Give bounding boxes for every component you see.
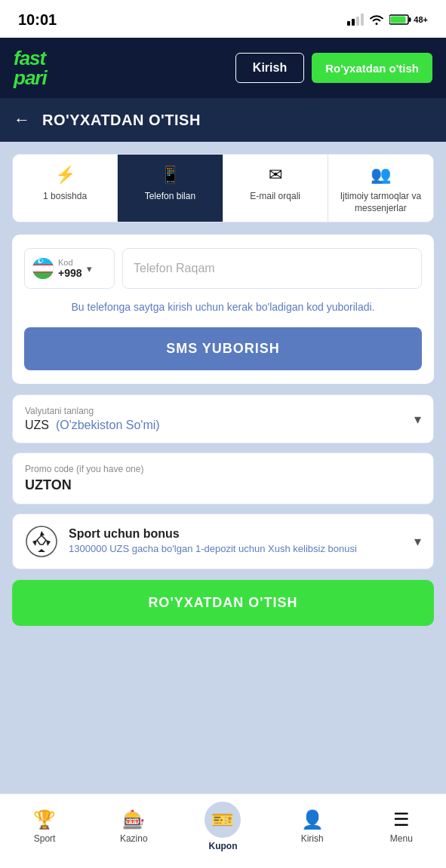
nav-casino-label: Kazino	[120, 833, 148, 844]
code-value: +998	[58, 267, 82, 279]
header: fast pari Kirish Ro'yxatdan o'tish	[0, 38, 446, 98]
trophy-icon: 🏆	[33, 809, 56, 830]
svg-point-22	[40, 262, 41, 263]
status-icons: 48+	[347, 14, 428, 26]
tab-email[interactable]: ✉ E-mail orqali	[223, 155, 328, 222]
promo-value: UZTON	[25, 477, 421, 493]
currency-card[interactable]: Valyutani tanlang UZS (O'zbekiston So'mi…	[12, 394, 434, 443]
nav-login-label: Kirish	[301, 833, 324, 844]
sms-hint: Bu telefonga saytga kirish uchun kerak b…	[24, 299, 422, 315]
svg-point-23	[39, 262, 40, 263]
nav-sport-label: Sport	[34, 833, 56, 844]
bonus-text: Sport uchun bonus 1300000 UZS gacha bo'l…	[69, 527, 357, 556]
header-buttons: Kirish Ro'yxatdan o'tish	[235, 53, 432, 83]
svg-rect-6	[391, 17, 406, 23]
svg-rect-9	[32, 272, 54, 279]
logo-fast: fast	[14, 48, 47, 68]
back-button[interactable]: ←	[14, 110, 30, 130]
svg-rect-8	[32, 265, 54, 272]
battery-icon: 48+	[389, 14, 428, 26]
user-icon: 👤	[301, 809, 324, 830]
phone-icon: 📱	[160, 165, 180, 185]
main-content: ⚡ 1 bosishda 📱 Telefon bilan ✉ E-mail or…	[0, 142, 446, 638]
bottom-nav: 🏆 Sport 🎰 Kazino 🎫 Kupon 👤 Kirish ☰ Menu	[0, 793, 446, 868]
svg-point-16	[38, 259, 39, 259]
svg-rect-3	[361, 14, 364, 26]
country-code-info: Kod +998	[58, 258, 82, 279]
uz-flag	[32, 258, 54, 279]
page-title: RO'YXATDAN O'TISH	[42, 112, 201, 129]
currency-value: UZS (O'zbekiston So'mi)	[25, 419, 160, 432]
bonus-left: Sport uchun bonus 1300000 UZS gacha bo'l…	[25, 525, 357, 558]
phone-input[interactable]	[122, 248, 422, 289]
currency-label: Valyutani tanlang	[25, 406, 160, 416]
nav-menu-label: Menu	[390, 833, 413, 844]
bonus-chevron-icon: ▾	[414, 533, 421, 550]
logo-pari: pari	[14, 68, 47, 87]
code-label: Kod	[58, 258, 82, 267]
lightning-icon: ⚡	[55, 165, 75, 185]
svg-point-18	[42, 259, 42, 260]
social-icon: 👥	[371, 165, 391, 185]
tab-social[interactable]: 👥 Ijtimoiy tarmoqlar va messenjerlar	[328, 155, 433, 222]
login-button[interactable]: Kirish	[235, 53, 304, 83]
nav-menu[interactable]: ☰ Menu	[375, 809, 428, 844]
bonus-title: Sport uchun bonus	[69, 527, 357, 541]
casino-icon: 🎰	[122, 809, 145, 830]
coupon-icon-bg: 🎫	[205, 802, 241, 838]
soccer-ball-icon	[25, 525, 58, 558]
nav-coupon[interactable]: 🎫 Kupon	[196, 802, 249, 851]
tab-1click[interactable]: ⚡ 1 bosishda	[13, 155, 118, 222]
sms-button[interactable]: SMS YUBORISH	[24, 327, 422, 370]
wifi-icon	[368, 14, 385, 26]
signal-icon	[347, 14, 364, 26]
bonus-desc: 1300000 UZS gacha bo'lgan 1-depozit uchu…	[69, 542, 357, 556]
svg-point-17	[40, 259, 41, 259]
svg-rect-5	[409, 17, 411, 22]
svg-point-20	[42, 261, 43, 262]
currency-chevron-icon: ▾	[414, 411, 421, 428]
bonus-card[interactable]: Sport uchun bonus 1300000 UZS gacha bo'l…	[12, 514, 434, 569]
tab-1click-label: 1 bosishda	[43, 191, 87, 203]
logo: fast pari	[14, 48, 47, 87]
svg-rect-0	[347, 21, 350, 26]
tab-social-label: Ijtimoiy tarmoqlar va messenjerlar	[333, 191, 429, 214]
tab-phone[interactable]: 📱 Telefon bilan	[118, 155, 223, 222]
currency-code: UZS	[25, 419, 49, 431]
page-title-bar: ← RO'YXATDAN O'TISH	[0, 98, 446, 142]
phone-row: Kod +998 ▾	[24, 248, 422, 289]
promo-card[interactable]: Promo code (if you have one) UZTON	[12, 452, 434, 505]
status-time: 10:01	[18, 11, 57, 29]
registration-tabs: ⚡ 1 bosishda 📱 Telefon bilan ✉ E-mail or…	[12, 154, 434, 222]
nav-sport[interactable]: 🏆 Sport	[18, 809, 71, 844]
chevron-down-icon: ▾	[87, 263, 92, 275]
svg-rect-1	[352, 19, 355, 26]
nav-casino[interactable]: 🎰 Kazino	[107, 809, 160, 844]
status-bar: 10:01 48+	[0, 0, 446, 38]
register-header-button[interactable]: Ro'yxatdan o'tish	[312, 53, 432, 83]
svg-point-15	[38, 259, 38, 260]
nav-login[interactable]: 👤 Kirish	[286, 809, 339, 844]
nav-coupon-label: Kupon	[208, 841, 237, 851]
tab-email-label: E-mail orqali	[250, 191, 300, 203]
menu-icon: ☰	[393, 809, 410, 830]
email-icon: ✉	[269, 165, 282, 185]
tab-phone-label: Telefon bilan	[145, 191, 195, 203]
country-select[interactable]: Kod +998 ▾	[24, 248, 115, 289]
svg-point-21	[42, 262, 42, 262]
promo-label: Promo code (if you have one)	[25, 464, 421, 474]
register-submit-button[interactable]: RO'YXATDAN O'TISH	[12, 580, 434, 626]
coupon-icon: 🎫	[211, 809, 234, 830]
battery-label: 48+	[414, 15, 428, 24]
currency-info: Valyutani tanlang UZS (O'zbekiston So'mi…	[25, 406, 160, 432]
currency-name: (O'zbekiston So'mi)	[56, 419, 160, 431]
svg-rect-11	[32, 265, 54, 266]
svg-point-19	[42, 260, 43, 261]
svg-rect-12	[32, 271, 54, 273]
svg-rect-2	[356, 17, 359, 26]
form-card: Kod +998 ▾ Bu telefonga saytga kirish uc…	[12, 235, 434, 384]
